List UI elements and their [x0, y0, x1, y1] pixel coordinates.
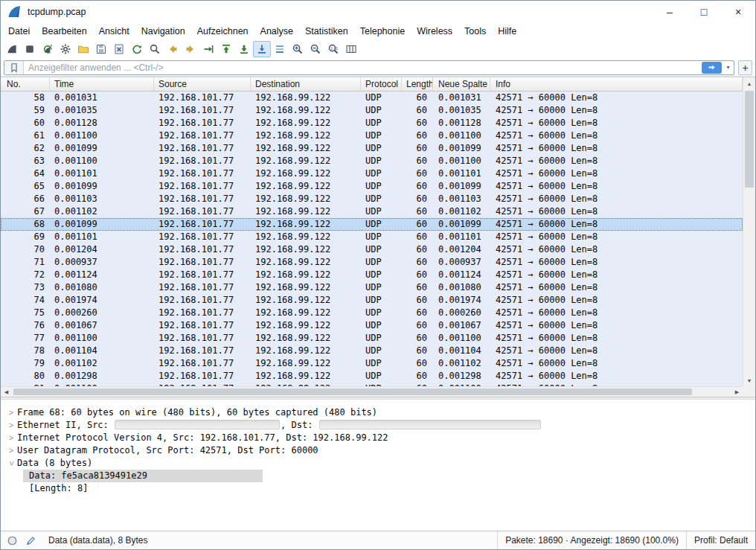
- scroll-left-arrow-icon[interactable]: ◀: [1, 387, 12, 397]
- detail-child-item[interactable]: Data: fe5aca8139491e29: [1, 470, 755, 482]
- detail-item[interactable]: >Data (8 bytes): [1, 457, 755, 470]
- column-header-time[interactable]: Time: [50, 77, 154, 91]
- go-back-button[interactable]: [164, 41, 182, 57]
- packet-row[interactable]: 690.001101192.168.101.77192.168.99.122UD…: [1, 231, 743, 243]
- scroll-right-arrow-icon[interactable]: ▶: [731, 387, 743, 397]
- menu-item-ansicht[interactable]: Ansicht: [93, 24, 135, 39]
- collapse-arrow-icon[interactable]: >: [5, 458, 18, 470]
- column-header-destination[interactable]: Destination: [251, 77, 361, 91]
- filter-history-dropdown[interactable]: ▾: [723, 61, 734, 74]
- apply-filter-button[interactable]: [702, 62, 722, 74]
- packet-row[interactable]: 590.001035192.168.101.77192.168.99.122UD…: [1, 104, 743, 117]
- scroll-up-arrow-icon[interactable]: ▲: [743, 77, 755, 89]
- cell-neue-spalte: 0.000260: [433, 307, 490, 319]
- resize-columns-button[interactable]: [342, 41, 360, 57]
- packet-row[interactable]: 740.001974192.168.101.77192.168.99.122UD…: [1, 294, 743, 307]
- save-file-button[interactable]: [92, 41, 110, 57]
- packet-row[interactable]: 680.001099192.168.101.77192.168.99.122UD…: [1, 218, 743, 231]
- close-button[interactable]: ×: [721, 1, 755, 23]
- packet-row[interactable]: 640.001101192.168.101.77192.168.99.122UD…: [1, 167, 743, 180]
- stop-capture-button[interactable]: [21, 41, 39, 57]
- column-header-length[interactable]: Length: [402, 77, 433, 91]
- zoom-out-button[interactable]: [307, 41, 324, 57]
- add-filter-button-button[interactable]: +: [738, 60, 752, 75]
- expand-arrow-icon[interactable]: >: [5, 432, 17, 444]
- packet-row[interactable]: 760.001067192.168.101.77192.168.99.122UD…: [1, 319, 743, 332]
- cell-info: 42571 → 60000 Len=8: [490, 129, 743, 142]
- vertical-scrollbar-thumb[interactable]: [745, 91, 754, 188]
- menu-item-telephonie[interactable]: Telephonie: [354, 24, 411, 39]
- cell-info: 42571 → 60000 Len=8: [490, 332, 743, 345]
- expand-arrow-icon[interactable]: >: [5, 406, 17, 419]
- detail-item[interactable]: >User Datagram Protocol, Src Port: 42571…: [1, 444, 755, 457]
- packet-row[interactable]: 670.001102192.168.101.77192.168.99.122UD…: [1, 205, 743, 218]
- cell-time: 0.001099: [50, 142, 154, 155]
- zoom-in-button[interactable]: [289, 41, 307, 57]
- menu-item-hilfe[interactable]: Hilfe: [492, 24, 522, 39]
- display-filter-input[interactable]: [24, 63, 702, 73]
- last-packet-button[interactable]: [235, 41, 253, 57]
- menu-item-analyse[interactable]: Analyse: [254, 24, 299, 39]
- colorize-button[interactable]: [271, 41, 289, 57]
- packet-row[interactable]: 650.001099192.168.101.77192.168.99.122UD…: [1, 180, 743, 193]
- zoom-original-button[interactable]: 1:1: [324, 41, 342, 57]
- expand-arrow-icon[interactable]: >: [5, 419, 17, 432]
- menu-item-aufzeichnen[interactable]: Aufzeichnen: [191, 24, 254, 39]
- capture-options-button[interactable]: [57, 41, 74, 57]
- first-packet-button[interactable]: [217, 41, 235, 57]
- packet-row[interactable]: 750.000260192.168.101.77192.168.99.122UD…: [1, 307, 743, 319]
- packet-row[interactable]: 780.001104192.168.101.77192.168.99.122UD…: [1, 345, 743, 357]
- column-header-neue-spalte[interactable]: Neue Spalte: [433, 77, 490, 91]
- profile-selector[interactable]: Profil: Default: [686, 531, 755, 549]
- cell-destination: 192.168.99.122: [251, 104, 361, 117]
- menu-item-wireless[interactable]: Wireless: [411, 24, 458, 39]
- column-header-source[interactable]: Source: [154, 77, 251, 91]
- reload-file-button[interactable]: [128, 41, 146, 57]
- column-header-protocol[interactable]: Protocol: [361, 77, 402, 91]
- capture-comment-button[interactable]: [23, 533, 38, 548]
- menu-item-tools[interactable]: Tools: [458, 24, 492, 39]
- find-packet-button[interactable]: [146, 41, 164, 57]
- menu-item-bearbeiten[interactable]: Bearbeiten: [36, 24, 92, 39]
- column-header-no[interactable]: No.: [1, 77, 50, 91]
- packet-row[interactable]: 730.001080192.168.101.77192.168.99.122UD…: [1, 281, 743, 294]
- open-file-button[interactable]: [74, 41, 92, 57]
- vertical-scrollbar[interactable]: ▲ ▼: [743, 77, 755, 386]
- packet-row[interactable]: 600.001128192.168.101.77192.168.99.122UD…: [1, 117, 743, 129]
- detail-item[interactable]: >Frame 68: 60 bytes on wire (480 bits), …: [1, 406, 755, 419]
- packet-row[interactable]: 580.001031192.168.101.77192.168.99.122UD…: [1, 92, 743, 104]
- menu-item-datei[interactable]: Datei: [2, 24, 36, 39]
- packet-row[interactable]: 630.001100192.168.101.77192.168.99.122UD…: [1, 155, 743, 167]
- detail-item[interactable]: >Internet Protocol Version 4, Src: 192.1…: [1, 432, 755, 444]
- filter-bookmark-button[interactable]: [4, 61, 24, 74]
- packet-row[interactable]: 700.001204192.168.101.77192.168.99.122UD…: [1, 243, 743, 256]
- packet-row[interactable]: 770.001100192.168.101.77192.168.99.122UD…: [1, 332, 743, 345]
- horizontal-scrollbar[interactable]: ◀ ▶: [1, 386, 743, 397]
- packet-row[interactable]: 610.001100192.168.101.77192.168.99.122UD…: [1, 129, 743, 142]
- horizontal-scrollbar-thumb[interactable]: [13, 388, 692, 395]
- packet-row[interactable]: 620.001099192.168.101.77192.168.99.122UD…: [1, 142, 743, 155]
- expand-arrow-icon[interactable]: >: [5, 444, 17, 457]
- cell-neue-spalte: 0.001101: [433, 231, 490, 243]
- go-to-packet-button[interactable]: [199, 41, 217, 57]
- scroll-down-arrow-icon[interactable]: ▼: [743, 374, 755, 386]
- packet-row[interactable]: 720.001124192.168.101.77192.168.99.122UD…: [1, 269, 743, 281]
- column-header-info[interactable]: Info: [490, 77, 743, 91]
- first-packet-icon: [220, 43, 232, 55]
- start-capture-button[interactable]: [3, 41, 21, 57]
- detail-child-item[interactable]: [Length: 8]: [1, 482, 755, 495]
- detail-item[interactable]: >Ethernet II, Src: , Dst:: [1, 419, 755, 432]
- menu-item-navigation[interactable]: Navigation: [135, 24, 191, 39]
- packet-row[interactable]: 800.001298192.168.101.77192.168.99.122UD…: [1, 370, 743, 383]
- expert-info-button[interactable]: [4, 533, 19, 548]
- maximize-button[interactable]: □: [687, 1, 721, 23]
- menu-item-statistiken[interactable]: Statistiken: [299, 24, 354, 39]
- close-file-button[interactable]: [110, 41, 128, 57]
- packet-row[interactable]: 710.000937192.168.101.77192.168.99.122UD…: [1, 256, 743, 269]
- packet-row[interactable]: 660.001103192.168.101.77192.168.99.122UD…: [1, 193, 743, 205]
- auto-scroll-button[interactable]: [253, 41, 271, 57]
- restart-capture-button[interactable]: [39, 41, 57, 57]
- go-forward-button[interactable]: [182, 41, 199, 57]
- minimize-button[interactable]: –: [653, 1, 687, 23]
- packet-row[interactable]: 790.001102192.168.101.77192.168.99.122UD…: [1, 357, 743, 370]
